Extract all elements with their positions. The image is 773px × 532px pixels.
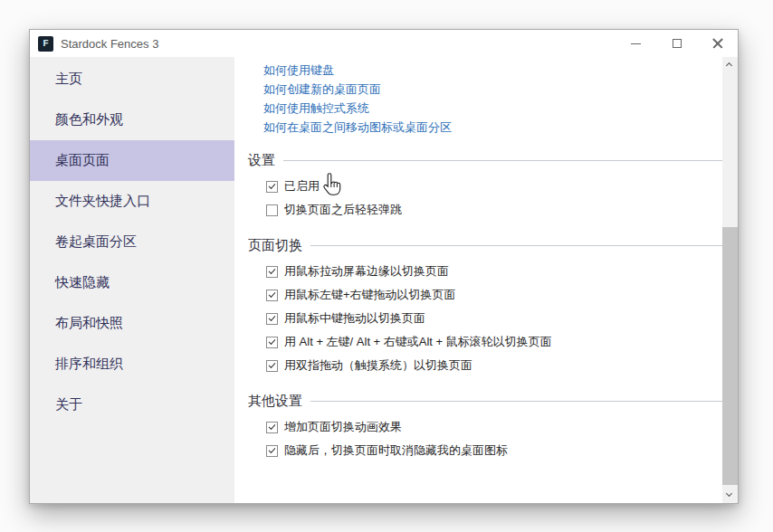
help-links: 如何使用键盘 如何创建新的桌面页面 如何使用触控式系统 如何在桌面之间移动图标或… (248, 59, 738, 137)
sidebar-item-rollup-fences[interactable]: 卷起桌面分区 (30, 222, 234, 262)
minimize-icon (631, 43, 641, 44)
option-middle-drag[interactable]: 用鼠标中键拖动以切换页面 (248, 307, 738, 330)
scroll-up-icon[interactable] (722, 57, 738, 72)
section-title-other-settings: 其他设置 (248, 393, 302, 410)
sidebar-item-quick-hide[interactable]: 快速隐藏 (30, 262, 234, 303)
section-title-settings: 设置 (248, 152, 275, 169)
sidebar-item-folder-portals[interactable]: 文件夹快捷入口 (30, 181, 234, 222)
content-pane: 如何使用键盘 如何创建新的桌面页面 如何使用触控式系统 如何在桌面之间移动图标或… (234, 57, 738, 503)
sidebar-item-layout-snapshots[interactable]: 布局和快照 (30, 303, 234, 344)
option-label: 用鼠标左键+右键拖动以切换页面 (284, 287, 456, 303)
option-label: 增加页面切换动画效果 (284, 419, 402, 435)
sidebar-item-sorting-organizing[interactable]: 排序和组织 (30, 344, 234, 385)
minimize-button[interactable] (616, 30, 656, 57)
option-label: 用鼠标拉动屏幕边缘以切换页面 (284, 263, 449, 280)
sidebar: 主页 颜色和外观 桌面页面 文件夹快捷入口 卷起桌面分区 快速隐藏 布局和快照 … (30, 57, 234, 503)
option-label: 已启用 (284, 178, 320, 195)
title-bar: F Stardock Fences 3 (30, 30, 738, 57)
help-link-keyboard[interactable]: 如何使用键盘 (263, 61, 738, 80)
scroll-down-icon[interactable] (722, 488, 738, 503)
window-title: Stardock Fences 3 (61, 37, 158, 51)
sidebar-item-about[interactable]: 关于 (30, 385, 234, 425)
section-settings: 设置 已启用 切换页面之后轻轻弹跳 (248, 150, 738, 222)
section-page-switching: 页面切换 用鼠标拉动屏幕边缘以切换页面 用鼠标左键+右键拖动以切换页面 用鼠标中… (248, 235, 738, 377)
checkbox-alt-combo[interactable] (266, 337, 278, 348)
sidebar-item-desktop-pages[interactable]: 桌面页面 (30, 140, 234, 181)
checkbox-left-right-drag[interactable] (266, 290, 278, 301)
option-label: 用 Alt + 左键/ Alt + 右键或Alt + 鼠标滚轮以切换页面 (284, 334, 552, 350)
option-two-finger-drag[interactable]: 用双指拖动（触摸系统）以切换页面 (248, 354, 738, 377)
checkbox-unhide-on-switch[interactable] (266, 445, 278, 457)
main-area: 主页 颜色和外观 桌面页面 文件夹快捷入口 卷起桌面分区 快速隐藏 布局和快照 … (30, 57, 738, 503)
option-switch-animation[interactable]: 增加页面切换动画效果 (248, 415, 738, 439)
app-icon: F (38, 36, 53, 52)
section-divider (310, 245, 734, 246)
option-label: 隐藏后，切换页面时取消隐藏我的桌面图标 (284, 442, 508, 459)
close-icon (712, 38, 723, 49)
section-divider (283, 160, 734, 161)
help-link-move-icons[interactable]: 如何在桌面之间移动图标或桌面分区 (263, 118, 738, 137)
scrollbar-track[interactable] (722, 72, 738, 488)
option-unhide-on-switch[interactable]: 隐藏后，切换页面时取消隐藏我的桌面图标 (248, 439, 738, 462)
option-bounce-after-switch[interactable]: 切换页面之后轻轻弹跳 (248, 198, 738, 222)
section-divider (310, 401, 734, 402)
app-window: F Stardock Fences 3 主页 颜色和外观 桌面页面 文件夹快捷入… (29, 29, 739, 504)
sidebar-item-colors-appearance[interactable]: 颜色和外观 (30, 100, 234, 140)
sidebar-item-home[interactable]: 主页 (30, 59, 234, 100)
maximize-button[interactable] (656, 30, 697, 57)
help-link-create-page[interactable]: 如何创建新的桌面页面 (263, 80, 738, 99)
checkbox-middle-drag[interactable] (266, 313, 278, 325)
scrollbar[interactable] (722, 57, 738, 503)
option-drag-screen-edge[interactable]: 用鼠标拉动屏幕边缘以切换页面 (248, 260, 738, 283)
checkbox-two-finger-drag[interactable] (266, 360, 278, 372)
checkbox-enabled[interactable] (266, 181, 278, 193)
help-link-touch-system[interactable]: 如何使用触控式系统 (263, 99, 738, 118)
option-label: 用鼠标中键拖动以切换页面 (284, 310, 425, 327)
section-title-page-switching: 页面切换 (248, 237, 302, 254)
option-label: 切换页面之后轻轻弹跳 (284, 202, 402, 218)
checkbox-bounce-after-switch[interactable] (266, 204, 278, 216)
close-button[interactable] (697, 30, 738, 57)
scrollbar-thumb[interactable] (722, 227, 738, 485)
checkbox-switch-animation[interactable] (266, 422, 278, 433)
window-controls (616, 30, 738, 57)
option-alt-combo[interactable]: 用 Alt + 左键/ Alt + 右键或Alt + 鼠标滚轮以切换页面 (248, 330, 738, 354)
checkbox-drag-screen-edge[interactable] (266, 266, 278, 278)
maximize-icon (673, 39, 682, 48)
option-left-right-drag[interactable]: 用鼠标左键+右键拖动以切换页面 (248, 283, 738, 307)
option-label: 用双指拖动（触摸系统）以切换页面 (284, 357, 472, 374)
section-other-settings: 其他设置 增加页面切换动画效果 隐藏后，切换页面时取消隐藏我的桌面图标 (248, 391, 738, 462)
option-enabled[interactable]: 已启用 (248, 175, 738, 198)
